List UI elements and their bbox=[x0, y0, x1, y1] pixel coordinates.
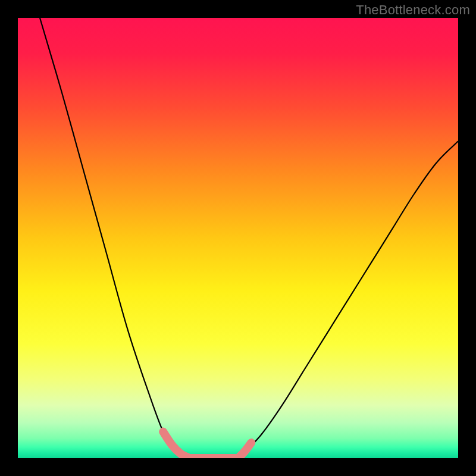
highlight-left bbox=[163, 432, 189, 458]
curve-left-arm bbox=[40, 18, 190, 458]
plot-area bbox=[18, 18, 458, 458]
curve-layer bbox=[18, 18, 458, 458]
chart-frame: TheBottleneck.com bbox=[0, 0, 476, 476]
curve-right-arm bbox=[238, 141, 458, 458]
highlight-right bbox=[238, 443, 251, 458]
watermark-text: TheBottleneck.com bbox=[356, 2, 470, 18]
